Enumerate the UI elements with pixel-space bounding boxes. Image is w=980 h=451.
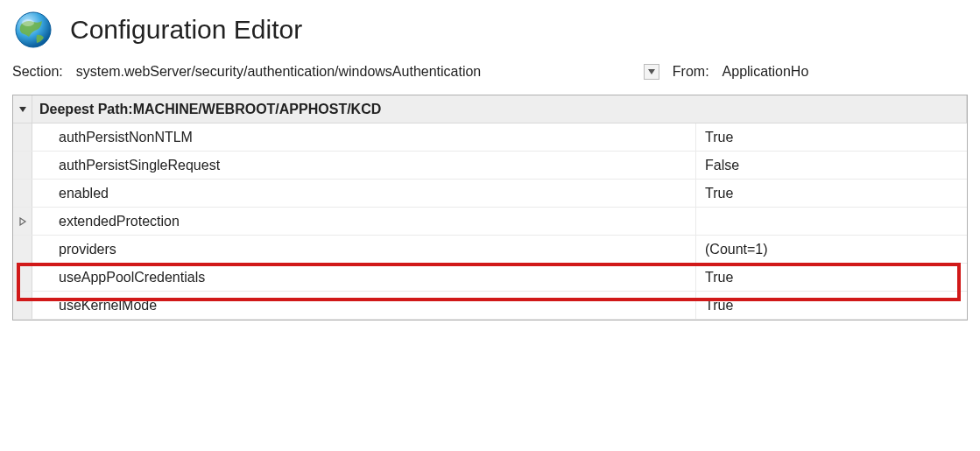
svg-marker-3 [19, 107, 26, 112]
triangle-down-icon [18, 104, 27, 114]
dropdown-arrow-icon[interactable] [644, 64, 659, 80]
expand-toggle[interactable] [13, 208, 32, 235]
property-name: useAppPoolCredentials [32, 264, 696, 291]
from-label: From: [673, 64, 709, 80]
row-gutter [13, 236, 32, 263]
deepest-path-cell: Deepest Path: MACHINE/WEBROOT/APPHOST/KC… [32, 95, 967, 123]
row-gutter [13, 292, 32, 319]
toolbar: Section: system.webServer/security/authe… [0, 58, 980, 95]
row-gutter [13, 152, 32, 179]
triangle-right-icon [18, 216, 27, 226]
section-dropdown[interactable]: system.webServer/security/authentication… [70, 61, 666, 82]
property-row[interactable]: extendedProtection [13, 208, 967, 236]
property-value[interactable]: True [696, 123, 967, 151]
property-grid: Deepest Path: MACHINE/WEBROOT/APPHOST/KC… [12, 95, 968, 321]
property-row[interactable]: providers (Count=1) [13, 236, 967, 264]
svg-marker-2 [648, 69, 655, 74]
from-dropdown[interactable]: ApplicationHo [716, 61, 968, 82]
from-dropdown-text: ApplicationHo [723, 64, 809, 79]
page-header: Configuration Editor [0, 0, 980, 58]
section-label: Section: [12, 64, 63, 80]
property-value[interactable]: False [696, 152, 967, 179]
row-gutter [13, 180, 32, 207]
globe-icon [12, 9, 54, 51]
property-row[interactable]: useKernelMode True [13, 292, 967, 320]
property-value[interactable]: True [696, 180, 967, 207]
property-row[interactable]: authPersistNonNTLM True [13, 123, 967, 152]
deepest-path-prefix: Deepest Path: [39, 102, 133, 117]
property-name: authPersistSingleRequest [32, 152, 696, 179]
property-row[interactable]: enabled True [13, 180, 967, 208]
property-name: useKernelMode [32, 292, 696, 319]
svg-marker-4 [20, 218, 25, 225]
property-name: providers [32, 236, 696, 263]
section-dropdown-text: system.webServer/security/authentication… [76, 64, 638, 80]
property-value[interactable] [696, 208, 967, 235]
property-value[interactable]: True [696, 264, 967, 291]
property-row[interactable]: authPersistSingleRequest False [13, 152, 967, 180]
property-name: enabled [32, 180, 696, 207]
property-name: extendedProtection [32, 208, 696, 235]
property-value[interactable]: True [696, 292, 967, 319]
property-value[interactable]: (Count=1) [696, 236, 967, 263]
property-row[interactable]: useAppPoolCredentials True [13, 264, 967, 292]
deepest-path-value: MACHINE/WEBROOT/APPHOST/KCD [133, 102, 382, 117]
row-gutter [13, 123, 32, 151]
row-gutter [13, 264, 32, 291]
svg-point-1 [22, 19, 34, 26]
page-title: Configuration Editor [70, 15, 302, 45]
grid-header-row[interactable]: Deepest Path: MACHINE/WEBROOT/APPHOST/KC… [13, 95, 967, 123]
collapse-toggle[interactable] [13, 95, 32, 123]
property-name: authPersistNonNTLM [32, 123, 696, 151]
